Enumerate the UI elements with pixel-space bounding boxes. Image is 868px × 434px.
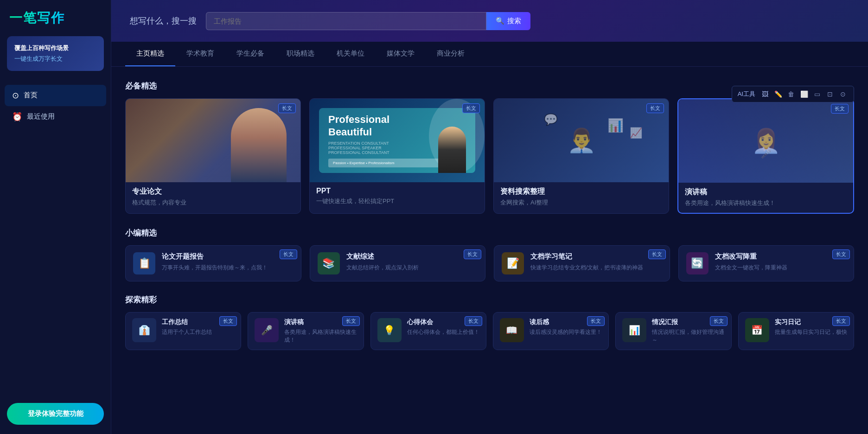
ai-settings-icon[interactable]: ⊙ <box>838 89 848 99</box>
speech-card-image: 👩‍💼 🎤 <box>678 99 853 183</box>
explore-card-work-summary[interactable]: 👔 工作总结 适用于个人工作总结 长文 <box>125 312 241 350</box>
situation-badge: 长文 <box>710 316 728 326</box>
ai-frame-icon[interactable]: ▭ <box>812 89 822 99</box>
sidebar-item-home[interactable]: ⊙ 首页 <box>5 85 106 106</box>
tab-government[interactable]: 机关单位 <box>326 42 376 66</box>
speech-card-name: 演讲稿 <box>685 187 847 197</box>
editor-picks-title: 小编精选 <box>125 228 854 238</box>
experience-badge: 长文 <box>465 316 482 326</box>
ppt-badge: 长文 <box>462 103 480 113</box>
ai-tools-bar: AI工具 🖼 ✏️ 🗑 ⬜ ▭ ⊡ ⊙ <box>732 86 854 102</box>
speech-card-info: 演讲稿 各类用途，风格演讲稿快速生成！ <box>678 183 853 213</box>
explore-title: 探索精彩 <box>125 294 854 305</box>
book-review-badge: 长文 <box>587 316 605 326</box>
work-summary-img: 👔 <box>132 318 156 342</box>
banner-card: 覆盖上百种写作场景 一键生成万字长文 <box>7 36 104 71</box>
study-notes-badge: 长文 <box>648 249 666 259</box>
tab-business[interactable]: 商业分析 <box>426 42 476 66</box>
tab-media[interactable]: 媒体文学 <box>376 42 426 66</box>
search-bar-area: 想写什么，搜一搜 🔍 搜索 <box>111 0 868 42</box>
search-card-name: 资料搜索整理 <box>500 187 662 197</box>
search-card-desc: 全网搜索，AI整理 <box>500 198 662 207</box>
ai-crop-icon[interactable]: ⬜ <box>799 89 809 99</box>
explore-card-book-review[interactable]: 📖 读后感 读后感没灵感的同学看这里！ 长文 <box>493 312 609 350</box>
experience-img: 💡 <box>377 318 402 342</box>
featured-card-ppt[interactable]: Professional Beautiful PRESENTATION CONS… <box>309 98 485 214</box>
search-badge: 长文 <box>646 103 664 113</box>
search-card-info: 资料搜索整理 全网搜索，AI整理 <box>494 182 669 212</box>
ai-erase-icon[interactable]: 🗑 <box>786 89 796 99</box>
thesis-icon: 📋 <box>133 252 155 274</box>
tab-academic[interactable]: 学术教育 <box>175 42 225 66</box>
speech2-img: 🎤 <box>255 318 279 342</box>
ppt-card-image: Professional Beautiful PRESENTATION CONS… <box>310 99 485 182</box>
internship-img: 📅 <box>745 318 769 342</box>
main-content: 想写什么，搜一搜 🔍 搜索 主页精选 学术教育 学生必备 职场精选 机关单位 媒… <box>111 0 868 434</box>
internship-desc: 批量生成每日实习日记，极快 <box>775 328 847 336</box>
situation-desc: 情况说明汇报，做好管理沟通～ <box>652 328 724 344</box>
study-notes-name: 文档学习笔记 <box>530 252 662 261</box>
speech-card-desc: 各类用途，风格演讲稿快速生成！ <box>685 199 847 207</box>
internship-badge: 长文 <box>832 316 850 326</box>
featured-card-paper[interactable]: 长文 专业论文 格式规范，内容专业 <box>125 98 301 214</box>
rewrite-desc: 文档全文一键改写，降重神器 <box>715 263 847 272</box>
search-btn-label: 搜索 <box>507 17 521 26</box>
sidebar: 一笔写作 覆盖上百种写作场景 一键生成万字长文 ⊙ 首页 ⏰ 最近使用 登录体验… <box>0 0 111 434</box>
experience-desc: 任何心得体会，都能上价值！ <box>407 328 479 336</box>
work-summary-badge: 长文 <box>219 316 237 326</box>
featured-row: 长文 专业论文 格式规范，内容专业 Professional Beautiful… <box>125 98 854 214</box>
literature-icon: 📚 <box>318 252 340 274</box>
tab-workplace[interactable]: 职场精选 <box>275 42 326 66</box>
small-card-thesis[interactable]: 📋 论文开题报告 万事开头难，开题报告特别难～来，点我！ 长文 <box>125 245 301 281</box>
work-summary-desc: 适用于个人工作总结 <box>162 328 234 336</box>
explore-card-speech2[interactable]: 🎤 演讲稿 各类用途，风格演讲稿快速生成！ 长文 <box>248 312 364 350</box>
sidebar-item-recent[interactable]: ⏰ 最近使用 <box>5 106 106 128</box>
speech2-badge: 长文 <box>342 316 360 326</box>
editor-picks-row: 📋 论文开题报告 万事开头难，开题报告特别难～来，点我！ 长文 📚 文献综述 文… <box>125 245 854 281</box>
thesis-badge: 长文 <box>280 249 297 259</box>
sidebar-recent-label: 最近使用 <box>27 112 55 121</box>
ai-tools-label: AI工具 <box>738 90 755 98</box>
ai-save-icon[interactable]: ⊡ <box>825 89 835 99</box>
rewrite-badge: 长文 <box>832 249 850 259</box>
thesis-name: 论文开题报告 <box>162 252 294 261</box>
small-card-rewrite[interactable]: 🔄 文档改写降重 文档全文一键改写，降重神器 长文 <box>678 245 855 281</box>
situation-img: 📊 <box>622 318 646 342</box>
literature-desc: 文献总结评价，观点深入剖析 <box>346 263 478 272</box>
tab-student[interactable]: 学生必备 <box>225 42 275 66</box>
explore-card-internship[interactable]: 📅 实习日记 批量生成每日实习日记，极快 长文 <box>738 312 854 350</box>
book-review-desc: 读后感没灵感的同学看这里！ <box>530 328 602 336</box>
explore-card-experience[interactable]: 💡 心得体会 任何心得体会，都能上价值！ 长文 <box>370 312 486 350</box>
recent-icon: ⏰ <box>12 112 22 122</box>
content-area: AI工具 🖼 ✏️ 🗑 ⬜ ▭ ⊡ ⊙ 必备精选 长文 专业论文 格式规范，内容… <box>111 67 868 434</box>
home-icon: ⊙ <box>12 90 19 101</box>
sidebar-home-label: 首页 <box>24 91 38 100</box>
literature-name: 文献综述 <box>346 252 478 261</box>
banner-line1: 覆盖上百种写作场景 <box>14 43 96 53</box>
explore-row: 👔 工作总结 适用于个人工作总结 长文 🎤 演讲稿 各类用途，风格演讲稿快速生成… <box>125 312 854 350</box>
ppt-card-name: PPT <box>316 187 478 195</box>
explore-card-situation[interactable]: 📊 情况汇报 情况说明汇报，做好管理沟通～ 长文 <box>615 312 731 350</box>
login-button[interactable]: 登录体验完整功能 <box>7 403 104 425</box>
small-card-study-notes[interactable]: 📝 文档学习笔记 快速学习总结专业文档/文献，把书读薄的神器 长文 <box>494 245 670 281</box>
tab-home[interactable]: 主页精选 <box>125 42 175 66</box>
search-button[interactable]: 🔍 搜索 <box>486 12 530 30</box>
ai-edit-icon[interactable]: ✏️ <box>773 89 783 99</box>
thesis-desc: 万事开头难，开题报告特别难～来，点我！ <box>162 263 294 272</box>
banner-line2: 一键生成万字长文 <box>14 53 96 64</box>
search-card-image: 👨‍💼 📊 💬 📈 <box>494 99 669 182</box>
paper-card-name: 专业论文 <box>132 187 294 197</box>
featured-card-speech[interactable]: 👩‍💼 🎤 长文 演讲稿 各类用途，风格演讲稿快速生成！ <box>677 98 854 214</box>
ai-image-icon[interactable]: 🖼 <box>760 89 770 99</box>
paper-card-desc: 格式规范，内容专业 <box>132 198 294 207</box>
study-notes-desc: 快速学习总结专业文档/文献，把书读薄的神器 <box>530 263 662 272</box>
sidebar-nav: ⊙ 首页 ⏰ 最近使用 <box>0 85 111 128</box>
logo-text: 一笔写作 <box>9 9 65 27</box>
paper-card-image <box>126 99 300 182</box>
study-notes-icon: 📝 <box>502 252 524 274</box>
search-input[interactable] <box>206 12 486 30</box>
featured-card-search[interactable]: 👨‍💼 📊 💬 📈 长文 资料搜索整理 全网搜索，AI整理 <box>493 98 669 214</box>
small-card-literature[interactable]: 📚 文献综述 文献总结评价，观点深入剖析 长文 <box>310 245 486 281</box>
nav-tabs: 主页精选 学术教育 学生必备 职场精选 机关单位 媒体文学 商业分析 <box>111 42 868 67</box>
literature-badge: 长文 <box>464 249 481 259</box>
